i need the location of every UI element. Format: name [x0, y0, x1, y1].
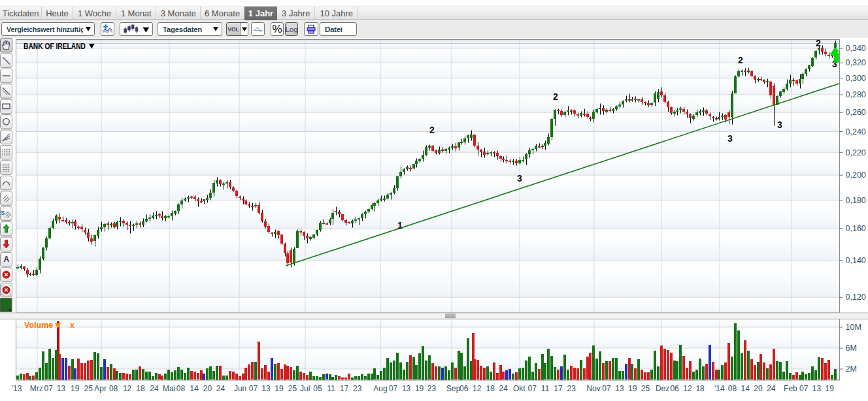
svg-text:'13: '13	[12, 384, 22, 393]
svg-text:24: 24	[150, 384, 159, 393]
svg-text:25: 25	[84, 384, 93, 393]
svg-text:'14: '14	[714, 384, 725, 393]
svg-text:19: 19	[628, 384, 637, 393]
svg-text:13: 13	[57, 384, 66, 393]
svg-text:Aug: Aug	[373, 384, 387, 393]
svg-text:A: A	[4, 255, 10, 264]
svg-text:0,180: 0,180	[846, 196, 866, 205]
svg-text:12: 12	[683, 384, 692, 393]
svg-text:0,220: 0,220	[846, 148, 866, 157]
svg-text:23: 23	[353, 384, 362, 393]
svg-text:0,300: 0,300	[846, 74, 866, 83]
svg-text:25: 25	[641, 384, 650, 393]
svg-text:18: 18	[136, 384, 145, 393]
svg-text:07: 07	[44, 384, 54, 393]
svg-text:05: 05	[313, 384, 322, 393]
svg-text:18: 18	[486, 384, 495, 393]
svg-text:08: 08	[109, 384, 118, 393]
svg-text:10M: 10M	[846, 323, 861, 332]
svg-text:0,160: 0,160	[846, 224, 866, 233]
svg-text:14: 14	[741, 384, 750, 393]
svg-text:1: 1	[397, 220, 403, 231]
svg-text:14: 14	[190, 384, 199, 393]
svg-text:x: x	[70, 321, 75, 330]
svg-text:Mrz: Mrz	[30, 384, 43, 393]
svg-text:Mai: Mai	[163, 384, 175, 393]
svg-text:20: 20	[754, 384, 763, 393]
svg-text:07: 07	[528, 384, 537, 393]
svg-text:Okt: Okt	[513, 384, 526, 393]
svg-text:13: 13	[261, 384, 271, 393]
svg-text:Dez: Dez	[656, 384, 669, 393]
svg-text:0,120: 0,120	[846, 293, 866, 302]
svg-text:11: 11	[541, 384, 550, 393]
svg-text:07: 07	[249, 384, 258, 393]
svg-text:25: 25	[288, 384, 297, 393]
svg-text:2M: 2M	[846, 364, 857, 374]
svg-text:BANK OF IRELAND: BANK OF IRELAND	[24, 42, 86, 51]
svg-text:0,260: 0,260	[846, 108, 866, 117]
svg-text:3: 3	[727, 133, 733, 144]
svg-text:Jul: Jul	[300, 384, 310, 393]
svg-text:24: 24	[499, 384, 509, 393]
svg-text:17: 17	[554, 384, 563, 393]
svg-text:12: 12	[473, 384, 482, 393]
svg-text:19: 19	[826, 384, 835, 393]
svg-text:0,280: 0,280	[846, 90, 866, 99]
svg-text:Jun: Jun	[234, 384, 246, 393]
svg-text:07: 07	[389, 384, 398, 393]
svg-text:19: 19	[275, 384, 284, 393]
svg-text:6M: 6M	[846, 344, 857, 353]
svg-text:19: 19	[71, 384, 80, 393]
svg-text:S: S	[1, 209, 5, 216]
svg-text:Volume: Volume	[24, 321, 53, 330]
svg-text:23: 23	[567, 384, 576, 393]
svg-text:13: 13	[812, 384, 822, 393]
svg-text:0,140: 0,140	[846, 256, 866, 265]
svg-text:Sep: Sep	[446, 384, 461, 393]
svg-text:23: 23	[427, 384, 437, 393]
svg-text:2: 2	[738, 55, 743, 65]
svg-text:08: 08	[728, 384, 737, 393]
svg-text:24: 24	[216, 384, 225, 393]
svg-text:0,240: 0,240	[846, 127, 866, 136]
svg-text:07: 07	[799, 384, 809, 393]
svg-text:0,200: 0,200	[846, 170, 866, 180]
svg-text:Feb: Feb	[784, 384, 797, 393]
svg-text:2: 2	[553, 91, 558, 102]
svg-text:19: 19	[415, 384, 424, 393]
svg-text:0,320: 0,320	[846, 58, 866, 67]
svg-text:06: 06	[459, 384, 469, 393]
svg-text:24: 24	[767, 384, 776, 393]
svg-text:11: 11	[327, 384, 335, 393]
svg-text:08: 08	[176, 384, 186, 393]
svg-text:Nov: Nov	[586, 384, 600, 393]
svg-text:13: 13	[615, 384, 624, 393]
svg-text:20: 20	[203, 384, 212, 393]
svg-text:12: 12	[123, 384, 132, 393]
svg-text:07: 07	[602, 384, 611, 393]
svg-text:17: 17	[340, 384, 349, 393]
svg-text:13: 13	[402, 384, 411, 393]
svg-text:3: 3	[777, 120, 782, 130]
svg-text:0,340: 0,340	[846, 44, 866, 53]
svg-text:2: 2	[429, 125, 435, 135]
svg-text:Apr: Apr	[94, 384, 107, 393]
svg-text:06: 06	[670, 384, 679, 393]
svg-text:18: 18	[695, 384, 705, 393]
svg-text:3: 3	[517, 173, 522, 184]
